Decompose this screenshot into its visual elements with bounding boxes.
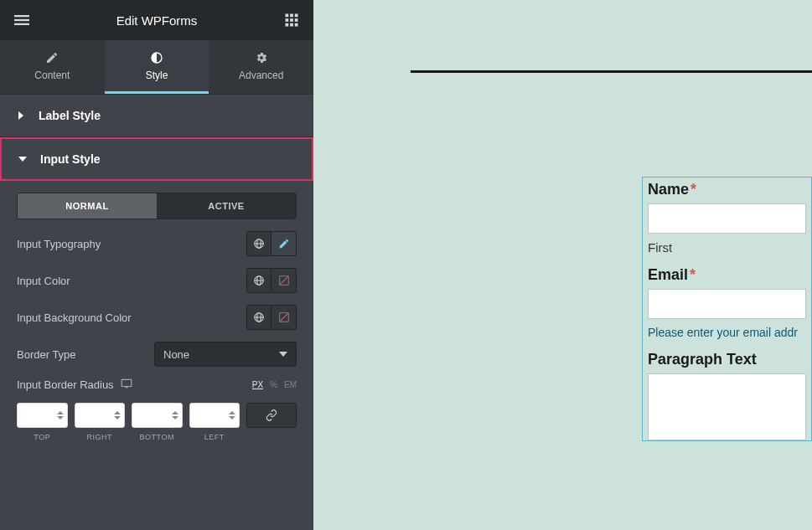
name-label: Name*	[648, 181, 806, 198]
section-label-style[interactable]: Label Style	[0, 94, 313, 137]
tab-advanced[interactable]: Advanced	[209, 40, 313, 94]
paragraph-label: Paragraph Text	[648, 351, 806, 368]
border-type-value: None	[163, 348, 189, 361]
state-segmented: NORMAL ACTIVE	[17, 193, 297, 219]
border-type-label: Border Type	[17, 348, 76, 361]
radius-link-toggle[interactable]	[246, 403, 297, 428]
caret-right-icon	[17, 109, 25, 122]
name-first-sublabel: First	[648, 240, 806, 255]
tab-content-label: Content	[34, 69, 70, 81]
section-input-style-title: Input Style	[40, 152, 101, 166]
svg-line-24	[280, 313, 287, 321]
input-color-swatch-button[interactable]	[272, 268, 297, 293]
paragraph-textarea[interactable]	[648, 373, 806, 440]
radius-bottom-input[interactable]	[132, 403, 183, 428]
tab-style[interactable]: Style	[105, 40, 209, 94]
svg-rect-25	[122, 379, 132, 386]
row-border-type: Border Type None	[17, 342, 297, 367]
tab-content[interactable]: Content	[0, 40, 105, 94]
editor-tabs: Content Style Advanced	[0, 40, 313, 94]
radius-right-input[interactable]	[75, 403, 126, 428]
svg-rect-2	[14, 23, 29, 25]
svg-rect-0	[14, 15, 29, 17]
svg-rect-1	[14, 19, 29, 21]
input-bg-globe-button[interactable]	[246, 305, 272, 330]
svg-rect-11	[295, 23, 298, 27]
sections-container: Label Style Input Style NORMAL ACTIVE In…	[0, 94, 313, 530]
email-input[interactable]	[648, 289, 806, 319]
unit-pct[interactable]: %	[270, 380, 277, 389]
tab-style-label: Style	[146, 69, 168, 81]
row-input-bg-color: Input Background Color	[17, 305, 297, 330]
section-input-style[interactable]: Input Style	[0, 137, 313, 181]
panel-header: Edit WPForms	[0, 0, 313, 40]
radius-top-input[interactable]	[17, 403, 68, 428]
svg-rect-26	[125, 387, 128, 388]
typography-edit-button[interactable]	[272, 231, 297, 256]
state-normal[interactable]: NORMAL	[18, 193, 157, 219]
wpforms-widget-outline[interactable]: Name* First Email* Please enter your ema…	[642, 177, 812, 441]
svg-rect-8	[295, 18, 298, 22]
tab-advanced-label: Advanced	[239, 69, 283, 81]
typography-label: Input Typography	[17, 238, 101, 250]
panel-title: Edit WPForms	[0, 13, 313, 28]
svg-rect-10	[290, 23, 293, 27]
radius-left-label: LEFT	[204, 433, 225, 441]
svg-rect-7	[290, 18, 293, 22]
radius-left-input[interactable]	[189, 403, 240, 428]
input-color-globe-button[interactable]	[246, 268, 272, 293]
border-radius-dims: TOP RIGHT BOTTOM LEFT	[17, 403, 297, 441]
row-typography: Input Typography	[17, 231, 297, 256]
hamburger-menu-icon[interactable]	[10, 8, 34, 32]
border-type-select[interactable]: None	[154, 342, 297, 367]
row-border-radius: Input Border Radius PX % EM	[17, 378, 297, 391]
input-bg-swatch-button[interactable]	[272, 305, 297, 330]
section-label-style-title: Label Style	[39, 109, 101, 122]
svg-rect-5	[295, 14, 298, 18]
caret-down-icon	[18, 152, 27, 166]
svg-rect-6	[286, 18, 289, 22]
radius-bottom-label: BOTTOM	[140, 433, 174, 441]
email-hint: Please enter your email addr	[648, 326, 806, 339]
apps-grid-icon[interactable]	[280, 8, 303, 32]
email-label: Email*	[648, 266, 806, 284]
row-input-color: Input Color	[17, 268, 297, 293]
state-active[interactable]: ACTIVE	[157, 193, 296, 219]
radius-top-label: TOP	[34, 433, 50, 441]
svg-line-19	[280, 276, 287, 284]
input-bg-color-label: Input Background Color	[17, 311, 132, 324]
name-first-input[interactable]	[648, 203, 806, 234]
border-radius-label: Input Border Radius	[17, 378, 114, 391]
typography-globe-button[interactable]	[246, 231, 272, 256]
input-color-label: Input Color	[17, 275, 70, 287]
input-style-body: NORMAL ACTIVE Input Typography Input Col…	[0, 181, 313, 458]
editor-panel: Edit WPForms Content Style Advanced Labe…	[0, 0, 313, 530]
svg-rect-3	[286, 14, 289, 18]
unit-em[interactable]: EM	[284, 380, 297, 389]
preview-divider	[411, 70, 812, 73]
svg-rect-9	[286, 23, 289, 27]
preview-canvas: Name* First Email* Please enter your ema…	[313, 0, 812, 530]
unit-px[interactable]: PX	[252, 380, 263, 389]
svg-rect-4	[290, 14, 293, 18]
radius-right-label: RIGHT	[87, 433, 113, 441]
responsive-icon[interactable]	[121, 378, 132, 391]
